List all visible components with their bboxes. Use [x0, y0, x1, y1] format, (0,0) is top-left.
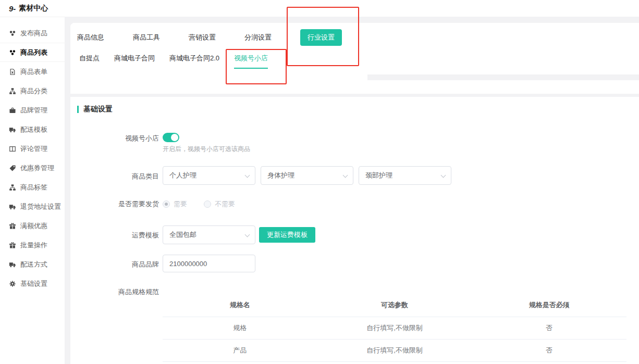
- truck-icon: [9, 203, 16, 210]
- freight-label: 运费模板: [70, 231, 159, 240]
- sidebar-item-label: 配送模板: [20, 125, 47, 134]
- spec-label: 商品规格规范: [70, 287, 159, 297]
- sidebar-item-label: 品牌管理: [20, 106, 47, 115]
- sidebar-item[interactable]: 配送方式: [0, 255, 65, 274]
- app-title: 素材中心: [19, 4, 48, 13]
- selected-value: 身体护理: [267, 171, 294, 180]
- chevron-down-icon: [441, 173, 446, 178]
- category-select[interactable]: 身体护理: [261, 166, 353, 185]
- sidebar-item[interactable]: 满额优惠: [0, 216, 65, 235]
- radio-label: 需要: [174, 199, 187, 209]
- sidebar-item[interactable]: 评论管理: [0, 139, 65, 158]
- sidebar-item[interactable]: 配送模板: [0, 120, 65, 139]
- tab-primary[interactable]: 商品工具: [133, 33, 160, 42]
- briefcase-icon: [9, 107, 16, 114]
- need-shipping-row: 是否需要发货 需要 不需要: [70, 199, 632, 209]
- annotation-box-industry-settings: [287, 7, 359, 66]
- spec-row: 商品规格规范 规格名 可选参数 规格是否必须 规格 自行填写,不做限制: [70, 287, 632, 364]
- selected-value: 个人护理: [169, 171, 196, 180]
- shipping-radio-option[interactable]: 需要: [163, 199, 187, 209]
- sidebar-item-label: 优惠券管理: [20, 164, 54, 173]
- sidebar-item-label: 商品列表: [20, 48, 47, 57]
- tab-label: 商城电子合同: [114, 54, 155, 62]
- tab-secondary[interactable]: 自提点: [79, 54, 100, 69]
- sidebar-item[interactable]: 基础设置: [0, 274, 65, 293]
- tab-primary[interactable]: 营销设置: [189, 33, 216, 42]
- sidebar-item-label: 基础设置: [20, 279, 47, 288]
- cubes-icon: [9, 30, 16, 37]
- section-accent-bar: [77, 106, 79, 113]
- sidebar-item[interactable]: 商品分类: [0, 81, 65, 101]
- category-select[interactable]: 颈部护理: [359, 166, 451, 185]
- video-shop-toggle[interactable]: [163, 133, 179, 142]
- radio-label: 不需要: [215, 199, 235, 209]
- category-label: 商品类目: [70, 172, 159, 181]
- tab-label: 商城电子合同2.0: [169, 54, 219, 62]
- content-strip: [367, 80, 639, 94]
- spec-name-cell: 规格: [163, 317, 317, 340]
- sidebar-item-label: 配送方式: [20, 260, 47, 269]
- spec-col-header: 规格名: [163, 296, 317, 317]
- chevron-down-icon: [245, 232, 250, 237]
- spec-table-row: 规格 自行填写,不做限制 否: [163, 317, 626, 340]
- spec-col-header: 规格是否必须: [472, 296, 626, 317]
- spec-table-row: 产品 自行填写,不做限制 否: [163, 340, 626, 362]
- spec-table-header-row: 规格名 可选参数 规格是否必须: [163, 296, 626, 317]
- sidebar-item[interactable]: 商品表单: [0, 62, 65, 81]
- gear-icon: [9, 280, 16, 287]
- sidebar-item[interactable]: 品牌管理: [0, 101, 65, 120]
- category-select[interactable]: 个人护理: [163, 166, 255, 185]
- gift-icon: [9, 222, 16, 230]
- sidebar-item[interactable]: 退货地址设置: [0, 197, 65, 216]
- sidebar-item[interactable]: 发布商品: [0, 23, 65, 43]
- cubes-icon: [9, 49, 16, 56]
- update-freight-button[interactable]: 更新运费模板: [259, 227, 315, 243]
- brand-input[interactable]: [163, 255, 255, 272]
- columns-icon: [9, 145, 16, 153]
- sidebar-item-label: 满额优惠: [20, 221, 47, 231]
- sidebar-item[interactable]: 优惠券管理: [0, 158, 65, 178]
- tab-label: 商品信息: [77, 33, 104, 41]
- spec-col-header: 可选参数: [317, 296, 472, 317]
- tab-primary[interactable]: 分润设置: [244, 33, 272, 42]
- section-header: 基础设置: [77, 105, 113, 114]
- sidebar-item-label: 评论管理: [20, 144, 47, 154]
- tab-secondary[interactable]: 商城电子合同: [114, 54, 155, 69]
- sidebar-item[interactable]: 商品标签: [0, 178, 65, 197]
- sidebar-item-label: 商品标签: [20, 183, 47, 192]
- spec-name-cell: 产品: [163, 340, 317, 362]
- chevron-down-icon: [343, 173, 348, 178]
- tab-secondary[interactable]: 商城电子合同2.0: [169, 54, 219, 69]
- tab-label: 商品工具: [133, 33, 160, 41]
- tab-label: 分润设置: [244, 33, 272, 41]
- shipping-radio-option[interactable]: 不需要: [204, 199, 235, 209]
- spec-table: 规格名 可选参数 规格是否必须 规格 自行填写,不做限制 否: [163, 296, 626, 362]
- sidebar-item-label: 批量操作: [20, 241, 47, 250]
- tab-label: 自提点: [79, 54, 100, 62]
- freight-select[interactable]: 全国包邮: [163, 225, 255, 244]
- settings-form: 基础设置 视频号小店 开启后，视频号小店可选该商品 商品类目 个人护理 身体护理: [70, 97, 639, 364]
- selected-value: 颈部护理: [365, 171, 392, 180]
- tab-primary[interactable]: 商品信息: [77, 33, 104, 42]
- freight-template-row: 运费模板 全国包邮 更新运费模板: [70, 225, 632, 244]
- video-shop-row: 视频号小店: [70, 133, 632, 142]
- sidebar-item-label: 发布商品: [20, 29, 47, 38]
- truck-icon: [9, 261, 16, 268]
- logo-icon: 9-: [9, 5, 16, 12]
- selected-value: 全国包邮: [169, 230, 196, 240]
- spec-params-cell: 自行填写,不做限制: [317, 340, 472, 362]
- chevron-down-icon: [245, 173, 250, 178]
- spec-required-cell: 否: [472, 340, 626, 362]
- sidebar: 发布商品 商品列表 商品表单 商品分类 品牌管理 配送模板 评论管理: [0, 17, 65, 364]
- brand-row: 商品品牌: [70, 255, 632, 272]
- truck-icon: [9, 126, 16, 133]
- doc-icon: [9, 68, 16, 76]
- video-shop-label: 视频号小店: [70, 134, 159, 143]
- gift-icon: [9, 242, 16, 249]
- sidebar-item[interactable]: 批量操作: [0, 235, 65, 255]
- need-shipping-label: 是否需要发货: [70, 199, 159, 209]
- sitemap-icon: [9, 184, 16, 191]
- tag-icon: [9, 165, 16, 172]
- sidebar-item[interactable]: 商品列表: [0, 43, 65, 62]
- spec-required-cell: 否: [472, 317, 626, 340]
